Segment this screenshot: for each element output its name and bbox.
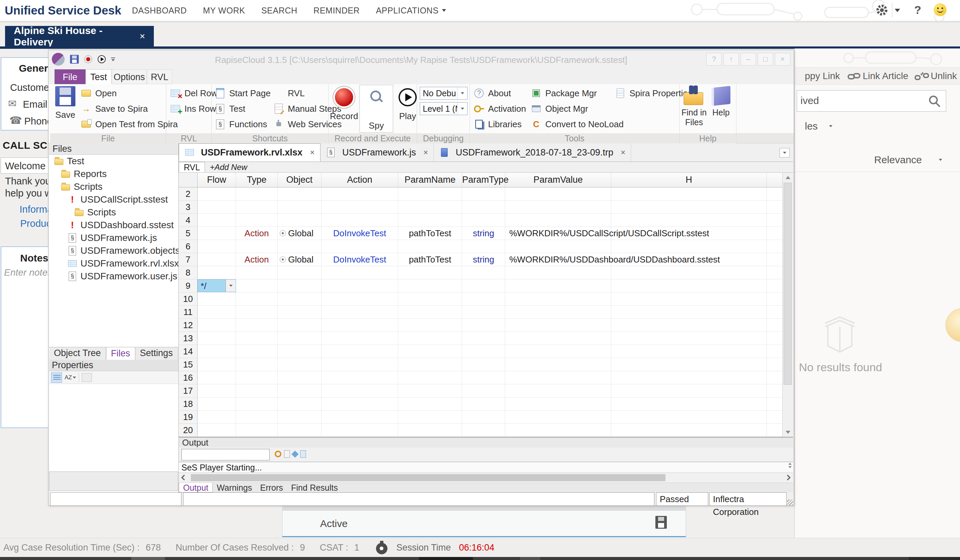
cell-flow[interactable] [198,293,236,305]
window-pin-button[interactable]: ↑ [723,53,739,66]
document-tab[interactable]: USDFramework.rvl.xlsx × [179,143,320,162]
cell-type[interactable] [236,306,278,318]
cell-paramtype[interactable] [462,279,505,292]
row-number[interactable]: 16 [179,371,198,384]
cell-paramname[interactable] [398,384,462,397]
cell-flow[interactable] [198,266,236,279]
tree-item[interactable]: USDFramework.js [49,232,178,244]
row-number[interactable]: 5 [179,227,198,240]
window-help-button[interactable]: ? [706,53,722,66]
cell-type[interactable] [236,371,278,384]
tree-item[interactable]: USDFramework.rvl.xlsx [49,257,178,270]
output-tab[interactable]: Errors [256,483,287,492]
tab-test[interactable]: Test [85,69,112,84]
flow-value[interactable] [198,187,236,200]
cell-action[interactable]: DoInvokeTest [322,227,398,240]
flow-value[interactable] [198,306,236,318]
debug-mode-dropdown[interactable]: No Debu [420,87,467,99]
cell-paramvalue[interactable] [505,332,611,345]
row-number[interactable]: 8 [179,266,198,279]
scroll-left-icon[interactable] [181,475,187,481]
flow-dropdown-button[interactable] [226,280,236,292]
cell-paramname[interactable] [398,279,462,292]
close-icon[interactable]: × [310,148,315,157]
cell-paramtype[interactable] [462,306,505,318]
column-header-h[interactable]: H [611,173,767,187]
flow-value[interactable] [198,240,236,253]
scroll-down-icon[interactable] [782,427,793,437]
flow-value[interactable] [198,293,236,305]
sheet-tab-rvl[interactable]: RVL [179,162,205,172]
cell-type[interactable] [236,279,278,292]
ribbon-button[interactable]: Test [214,101,270,117]
cell-action[interactable] [322,384,398,397]
close-icon[interactable]: × [621,148,626,157]
column-header-action[interactable]: Action [322,173,398,187]
cell-type[interactable] [236,384,278,397]
play-icon[interactable] [98,55,106,63]
scroll-up-icon[interactable] [782,173,793,182]
ribbon-button[interactable]: Save to Spira [80,101,178,117]
flow-value[interactable] [198,201,236,213]
menu-item[interactable]: APPLICATIONS [376,6,446,16]
flow-value[interactable] [198,384,236,397]
cell-action[interactable] [322,397,398,410]
cell-paramvalue[interactable] [505,214,611,227]
cell-flow[interactable] [198,240,236,253]
scrollbar-thumb[interactable] [784,183,792,385]
unlink-button[interactable]: Unlink [931,71,957,82]
cell-paramvalue[interactable] [505,397,611,410]
ribbon-button[interactable]: Convert to NeoLoad [531,117,624,132]
cell-flow[interactable] [198,187,236,200]
cell-paramtype[interactable] [462,319,505,331]
kb-search-input[interactable] [800,93,921,108]
cell-flow[interactable] [198,384,236,397]
cell-type[interactable] [236,345,278,358]
cell-paramname[interactable] [398,293,462,305]
property-page-icon[interactable] [82,373,92,382]
kb-sort-dropdown[interactable]: Relevance [874,154,942,166]
cell-object[interactable] [278,319,322,331]
tree-item[interactable]: Test [49,155,178,168]
cell-type[interactable] [236,240,278,253]
cell-paramvalue[interactable] [505,424,611,437]
output-tab[interactable]: Find Results [287,483,342,492]
output-filter-icon[interactable] [275,451,282,458]
cell-object[interactable] [278,293,322,305]
cell-flow[interactable] [198,214,236,227]
cell-object[interactable] [278,411,322,423]
flow-value[interactable] [198,227,236,240]
settings-caret-icon[interactable] [895,9,900,12]
cell-flow[interactable] [198,253,236,266]
column-header-type[interactable]: Type [236,173,278,187]
cell-paramtype[interactable] [462,358,505,371]
cell-action[interactable]: DoInvokeTest [322,253,398,266]
cell-type[interactable] [236,293,278,305]
cell-flow[interactable] [198,227,236,240]
cell-h[interactable] [611,345,767,358]
row-number[interactable]: 18 [179,397,198,411]
cell-paramtype[interactable] [462,424,505,437]
tab-rvl[interactable]: RVL [147,69,172,84]
cell-paramvalue[interactable] [505,266,611,279]
tab-overflow-button[interactable] [779,148,790,157]
output-note-icon[interactable] [284,450,290,458]
menu-item[interactable]: SEARCH [261,6,297,16]
cell-paramname[interactable] [398,214,462,227]
ribbon-button[interactable]: About [473,85,526,101]
sidebar-tab[interactable]: Object Tree [49,347,106,360]
row-number[interactable]: 12 [179,319,198,332]
smiley-icon[interactable] [934,3,947,16]
categorize-icon[interactable] [51,373,62,382]
cell-object[interactable] [278,306,322,318]
cell-type[interactable] [236,332,278,345]
cell-paramname[interactable] [398,411,462,423]
flow-value[interactable] [198,332,236,345]
cell-paramname[interactable] [398,358,462,371]
cell-flow[interactable] [198,345,236,358]
row-number[interactable]: 6 [179,240,198,253]
cell-paramtype[interactable] [462,345,505,358]
chevron-down-icon[interactable] [457,102,467,115]
cell-paramname[interactable] [398,397,462,410]
row-number[interactable]: 15 [179,358,198,371]
